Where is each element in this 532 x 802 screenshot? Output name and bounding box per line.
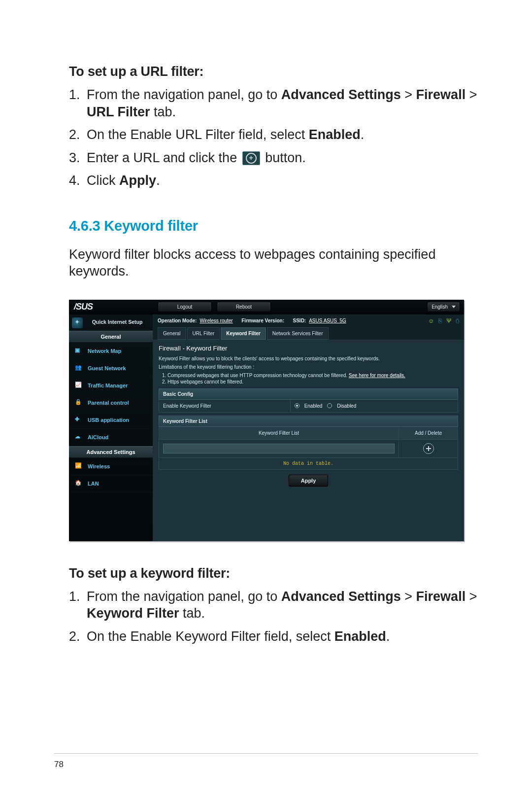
bold: Advanced Settings	[281, 87, 401, 102]
qis-icon	[72, 317, 83, 328]
language-select[interactable]: English	[427, 302, 460, 312]
sidebar-item-label: USB application	[88, 417, 129, 423]
sidebar-item-usb-application[interactable]: ✚USB application	[69, 412, 153, 429]
bold: Firewall	[416, 87, 466, 102]
sidebar: Quick Internet Setup General ▣Network Ma…	[69, 314, 153, 541]
sidebar-item-traffic-manager[interactable]: 📈Traffic Manager	[69, 377, 153, 394]
puzzle-icon: ✚	[75, 416, 84, 424]
sidebar-item-lan[interactable]: 🏠LAN	[69, 475, 153, 492]
limitations-list: Compressed webpages that use HTTP compre…	[167, 373, 458, 384]
add-button[interactable]	[423, 443, 434, 454]
text: .	[361, 127, 365, 142]
see-more-link[interactable]: See here for more details.	[349, 373, 405, 378]
radio-disabled-label: Disabled	[337, 403, 356, 409]
limitation-1: Compressed webpages that use HTTP compre…	[167, 373, 458, 378]
text: .	[386, 629, 390, 644]
sidebar-item-wireless[interactable]: 📶Wireless	[69, 458, 153, 475]
text: button.	[262, 150, 306, 165]
text: >	[401, 589, 416, 604]
url-filter-heading: To set up a URL filter:	[69, 64, 478, 79]
brand-logo: /SUS	[69, 302, 153, 312]
text: tab.	[179, 606, 205, 621]
ssid-label: SSID:	[293, 318, 306, 323]
chevron-down-icon	[452, 306, 456, 308]
sidebar-item-parental-control[interactable]: 🔒Parental control	[69, 394, 153, 412]
list-header: Keyword Filter List Add / Delete	[159, 427, 458, 440]
sidebar-item-guest-network[interactable]: 👥Guest Network	[69, 360, 153, 377]
step-4: Click Apply.	[69, 172, 478, 189]
sidebar-item-label: AiCloud	[88, 434, 108, 440]
user-icon[interactable]: ☺	[428, 317, 434, 324]
text: >	[401, 87, 416, 102]
basic-config-bar: Basic Config	[159, 388, 458, 400]
footer-rule	[54, 753, 478, 754]
status-icons: ☺ ⎘ Ψ ⎙	[425, 317, 459, 324]
text: Click	[87, 173, 119, 188]
guest-icon: 👥	[75, 364, 84, 372]
step-2: On the Enable URL Filter field, select E…	[69, 126, 478, 143]
tab-keyword-filter[interactable]: Keyword Filter	[221, 327, 266, 340]
lock-icon: 🔒	[75, 399, 84, 407]
section-heading: 4.6.3 Keyword filter	[69, 218, 478, 234]
sidebar-item-qis[interactable]: Quick Internet Setup	[69, 314, 153, 331]
sidebar-item-network-map[interactable]: ▣Network Map	[69, 343, 153, 360]
limitation-2: Https webpages cannot be filtered.	[167, 379, 458, 384]
sidebar-item-label: Parental control	[88, 400, 129, 406]
keyword-input[interactable]	[163, 444, 395, 453]
text: On the Enable Keyword Filter field, sele…	[87, 629, 334, 644]
page-number: 78	[54, 760, 64, 769]
tab-bar: General URL Filter Keyword Filter Networ…	[153, 327, 464, 340]
apply-button[interactable]: Apply	[289, 475, 329, 487]
panel-desc: Keyword Filter allows you to block the c…	[159, 356, 458, 361]
main-panel: Operation Mode: Wireless router Firmware…	[153, 314, 464, 541]
wifi-icon: 📶	[75, 462, 84, 470]
content: Firewall - Keyword Filter Keyword Filter…	[153, 340, 464, 541]
enable-keyword-row: Enable Keyword Filter Enabled Disabled	[159, 400, 458, 413]
bold: Enabled	[334, 629, 386, 644]
panel-title: Firewall - Keyword Filter	[159, 345, 458, 352]
tab-network-services-filter[interactable]: Network Services Filter	[267, 327, 329, 340]
bold: URL Filter	[87, 105, 150, 119]
section-intro: Keyword filter blocks access to webpages…	[69, 246, 478, 280]
tab-general[interactable]: General	[158, 327, 186, 340]
sidebar-item-label: Guest Network	[88, 365, 126, 371]
th-action: Add / Delete	[399, 427, 458, 439]
radio-enabled[interactable]	[295, 403, 299, 408]
radio-enabled-label: Enabled	[304, 403, 323, 409]
kw-filter-heading: To set up a keyword filter:	[69, 566, 478, 581]
tab-url-filter[interactable]: URL Filter	[187, 327, 220, 340]
link-icon[interactable]: ⎘	[438, 317, 442, 324]
reboot-button[interactable]: Reboot	[217, 302, 271, 312]
bold: Firewall	[416, 589, 466, 604]
bold: Enabled	[309, 127, 361, 142]
step-1: From the navigation panel, go to Advance…	[69, 588, 478, 622]
section-number: 4.6.3	[69, 218, 100, 234]
op-mode-value[interactable]: Wireless router	[200, 318, 233, 323]
sidebar-item-label: Wireless	[88, 463, 110, 469]
router-screenshot: /SUS Logout Reboot English Quick Interne…	[69, 300, 464, 541]
fw-label: Firmware Version:	[241, 318, 284, 323]
text: From the navigation panel, go to	[87, 589, 281, 604]
logout-button[interactable]: Logout	[158, 302, 212, 312]
bold: Apply	[119, 173, 156, 188]
text: >	[466, 87, 477, 102]
traffic-icon: 📈	[75, 382, 84, 389]
usb-icon[interactable]: Ψ	[446, 317, 451, 324]
text: tab.	[150, 105, 176, 119]
text: .	[156, 173, 160, 188]
house-icon: 🏠	[75, 480, 84, 488]
text: >	[466, 589, 477, 604]
topbar: /SUS Logout Reboot English	[69, 300, 464, 314]
cloud-icon: ☁	[75, 433, 84, 441]
text: Compressed webpages that use HTTP compre…	[167, 373, 349, 378]
ssid-value[interactable]: ASUS ASUS_5G	[309, 318, 346, 323]
sidebar-item-aicloud[interactable]: ☁AiCloud	[69, 429, 153, 446]
step-1: From the navigation panel, go to Advance…	[69, 86, 478, 120]
empty-message: No data in table.	[159, 458, 458, 470]
url-filter-steps: From the navigation panel, go to Advance…	[69, 86, 478, 189]
enable-label: Enable Keyword Filter	[159, 400, 291, 412]
sidebar-item-label: Network Map	[88, 348, 121, 354]
limit-label: Limitations of the keyword filtering fun…	[159, 364, 458, 370]
printer-icon[interactable]: ⎙	[456, 317, 459, 324]
radio-disabled[interactable]	[327, 403, 332, 408]
